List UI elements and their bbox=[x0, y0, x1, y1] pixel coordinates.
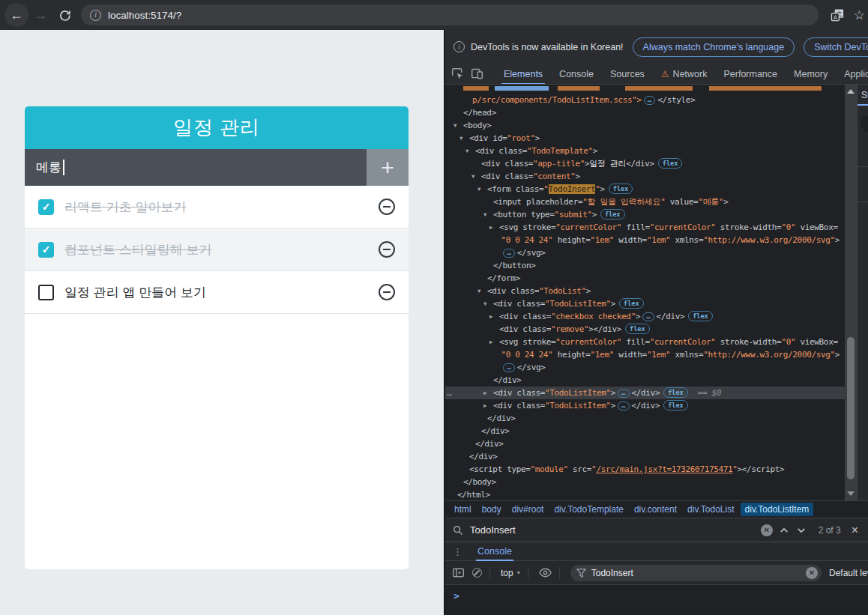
tree-row[interactable]: ▼<div class="TodoList"> bbox=[445, 285, 845, 297]
search-prev-icon[interactable] bbox=[780, 526, 789, 535]
tree-row[interactable]: </div> bbox=[445, 437, 845, 450]
tree-row[interactable]: ▼<body> bbox=[445, 119, 845, 132]
expand-ellipsis-badge[interactable]: … bbox=[503, 363, 514, 372]
live-expression-eye-icon[interactable] bbox=[539, 568, 552, 578]
bookmark-star-icon[interactable]: ☆ bbox=[854, 7, 865, 23]
console-sidebar-toggle-icon[interactable] bbox=[453, 567, 465, 578]
search-query[interactable]: TodoInsert bbox=[470, 524, 761, 536]
clear-console-icon[interactable] bbox=[472, 568, 482, 578]
checkbox-checked-icon[interactable]: ✓ bbox=[38, 199, 54, 215]
breadcrumb-div.TodoList[interactable]: div.TodoList bbox=[683, 503, 738, 516]
notification-action-1[interactable]: Switch DevTools to Korean bbox=[804, 37, 868, 57]
flex-badge[interactable]: flex bbox=[663, 387, 687, 398]
clear-search-icon[interactable]: ✕ bbox=[761, 524, 773, 536]
tree-row[interactable]: </head> bbox=[445, 106, 845, 119]
tree-row[interactable]: "0 0 24 24" height="1em" width="1em" xml… bbox=[445, 234, 845, 246]
url-text[interactable]: localhost:5174/? bbox=[108, 10, 181, 21]
tree-row[interactable]: </div> bbox=[445, 374, 845, 387]
tab-styles[interactable]: Styles bbox=[858, 85, 868, 100]
breadcrumb-div.content[interactable]: div.content bbox=[630, 503, 681, 516]
expand-arrow-icon[interactable]: ▶ bbox=[489, 336, 492, 348]
notification-action-0[interactable]: Always match Chrome's language bbox=[633, 37, 795, 57]
expand-ellipsis-badge[interactable]: … bbox=[618, 389, 629, 398]
tree-row[interactable]: ▶<svg stroke="currentColor" fill="curren… bbox=[445, 336, 845, 348]
breadcrumb-html[interactable]: html bbox=[450, 503, 476, 516]
back-button[interactable]: ← bbox=[4, 3, 28, 27]
tree-row[interactable]: ▶…<div class="TodoListItem">…</div>flex=… bbox=[445, 387, 845, 399]
tree-row[interactable]: …</svg> bbox=[445, 361, 845, 374]
scroll-down-arrow-icon[interactable] bbox=[847, 491, 855, 496]
breadcrumb-div#root[interactable]: div#root bbox=[507, 503, 549, 516]
tree-row[interactable]: <div class="app-title">일정 관리</div>flex bbox=[445, 157, 845, 170]
flex-badge[interactable]: flex bbox=[658, 158, 682, 169]
tree-row[interactable]: "0 0 24 24" height="1em" width="1em" xml… bbox=[445, 348, 845, 361]
reload-button[interactable] bbox=[52, 3, 76, 27]
tab-memory[interactable]: Memory bbox=[786, 64, 836, 85]
collapse-arrow-icon[interactable]: ▼ bbox=[483, 208, 486, 221]
expand-arrow-icon[interactable]: ▶ bbox=[483, 387, 486, 399]
tree-row[interactable]: ▼<div id="root"> bbox=[445, 132, 845, 145]
flex-badge[interactable]: flex bbox=[625, 324, 649, 334]
expand-arrow-icon[interactable]: ▶ bbox=[483, 399, 486, 412]
tree-row[interactable]: ▼<div class="content"> bbox=[445, 170, 845, 183]
console-prompt-chevron[interactable]: > bbox=[445, 585, 868, 602]
flex-badge[interactable]: flex bbox=[609, 184, 633, 194]
console-filter-value[interactable]: TodoInsert bbox=[591, 568, 806, 578]
tree-row[interactable]: </div> bbox=[445, 450, 845, 463]
todo-input[interactable]: 메롱 bbox=[25, 149, 367, 186]
tree-row[interactable]: ▼<div class="TodoTemplate"> bbox=[445, 145, 845, 157]
tree-row[interactable]: </form> bbox=[445, 272, 845, 285]
tab-network[interactable]: ⚠Network bbox=[653, 64, 716, 85]
close-search-icon[interactable]: × bbox=[852, 524, 858, 537]
breadcrumb-body[interactable]: body bbox=[477, 503, 506, 516]
tree-row[interactable]: </body> bbox=[445, 476, 845, 488]
tree-row[interactable]: <script type="module" src="/src/main.jsx… bbox=[445, 463, 845, 476]
flex-badge[interactable]: flex bbox=[619, 298, 643, 309]
tree-row[interactable]: ▼<button type="submit">flex bbox=[445, 208, 845, 221]
collapse-arrow-icon[interactable]: ▼ bbox=[477, 285, 480, 297]
console-context-selector[interactable]: top bbox=[501, 568, 513, 578]
remove-todo-icon[interactable] bbox=[379, 199, 395, 215]
expand-arrow-icon[interactable]: ▶ bbox=[489, 221, 492, 234]
expand-ellipsis-badge[interactable]: … bbox=[503, 249, 514, 258]
expand-arrow-icon[interactable]: ▶ bbox=[489, 310, 492, 323]
tree-row[interactable]: ▶<svg stroke="currentColor" fill="curren… bbox=[445, 221, 845, 234]
tree-row[interactable]: ▶<div class="TodoListItem">…</div>flex bbox=[445, 399, 845, 412]
todo-item-text[interactable]: 컴포넌트 스타일링해 보기 bbox=[64, 241, 379, 258]
expand-ellipsis-badge[interactable]: … bbox=[642, 312, 654, 321]
tree-row[interactable]: <div class="remove"></div>flex bbox=[445, 323, 845, 336]
collapse-arrow-icon[interactable]: ▼ bbox=[471, 170, 474, 183]
tab-application[interactable]: Application bbox=[836, 64, 868, 85]
tree-row[interactable]: </div> bbox=[445, 412, 845, 425]
kebab-menu-icon[interactable]: ⋮ bbox=[453, 546, 462, 557]
add-todo-button[interactable]: + bbox=[367, 149, 409, 186]
todo-item-text[interactable]: 리액트 기초 알아보기 bbox=[64, 199, 379, 216]
checkbox-checked-icon[interactable]: ✓ bbox=[38, 242, 54, 258]
elements-scrollbar[interactable] bbox=[845, 85, 857, 500]
scroll-up-arrow-icon[interactable] bbox=[847, 89, 855, 94]
scrollbar-thumb[interactable] bbox=[847, 337, 855, 479]
address-bar[interactable]: i localhost:5174/? bbox=[81, 4, 819, 25]
tree-row[interactable]: </html> bbox=[445, 488, 845, 500]
tab-console[interactable]: Console bbox=[551, 64, 602, 85]
tab-console-drawer[interactable]: Console bbox=[476, 542, 513, 561]
search-next-icon[interactable] bbox=[797, 526, 806, 535]
translate-icon[interactable]: 文A bbox=[831, 8, 845, 22]
tree-row[interactable]: p/src/components/TodoListItem.scss">…</s… bbox=[445, 94, 845, 106]
remove-todo-icon[interactable] bbox=[379, 284, 395, 300]
breadcrumb-div.TodoListItem[interactable]: div.TodoListItem bbox=[741, 503, 814, 516]
tree-row[interactable]: </button> bbox=[445, 259, 845, 272]
collapse-arrow-icon[interactable]: ▼ bbox=[459, 132, 462, 145]
console-filter-input[interactable]: TodoInsert ✕ bbox=[570, 565, 822, 581]
tree-row[interactable]: ▶<div class="checkbox checked">…</div>fl… bbox=[445, 310, 845, 323]
tree-row[interactable]: …</svg> bbox=[445, 246, 845, 259]
tab-elements[interactable]: Elements bbox=[495, 64, 551, 85]
collapse-arrow-icon[interactable]: ▼ bbox=[477, 183, 480, 196]
tree-row[interactable]: </div> bbox=[445, 425, 845, 437]
console-levels-dropdown[interactable]: Default levels bbox=[829, 568, 868, 578]
clear-filter-icon[interactable]: ✕ bbox=[806, 567, 818, 579]
device-toolbar-icon[interactable] bbox=[471, 67, 483, 80]
tree-row[interactable]: ▼<div class="TodoListItem">flex bbox=[445, 297, 845, 310]
flex-badge[interactable]: flex bbox=[663, 400, 687, 410]
collapse-arrow-icon[interactable]: ▼ bbox=[483, 297, 486, 310]
